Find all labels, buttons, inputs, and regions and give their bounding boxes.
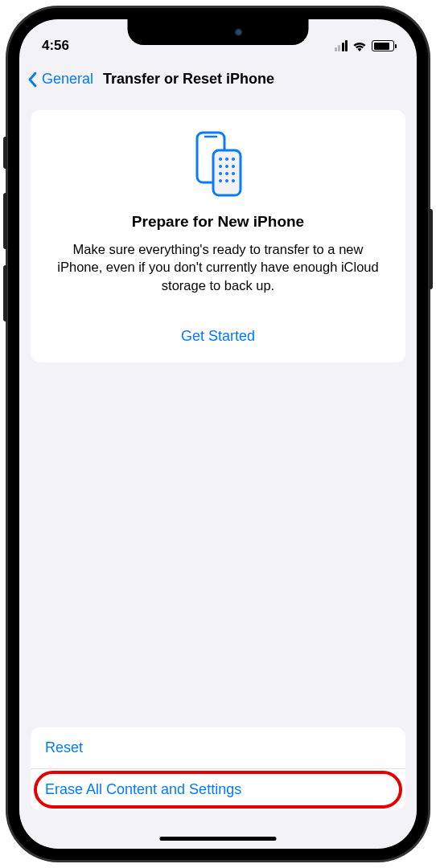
svg-point-7 [225, 165, 228, 168]
volume-down-button [3, 265, 7, 321]
svg-point-8 [232, 165, 235, 168]
svg-point-3 [219, 158, 222, 161]
prepare-card: Prepare for New iPhone Make sure everyth… [31, 110, 405, 362]
mute-switch [3, 137, 7, 169]
erase-all-label: Erase All Content and Settings [45, 781, 241, 797]
reset-button[interactable]: Reset [31, 727, 405, 769]
power-button [429, 209, 433, 289]
get-started-button[interactable]: Get Started [47, 328, 389, 345]
prepare-description: Make sure everything's ready to transfer… [47, 240, 389, 294]
phone-frame: 4:56 General Tra [8, 8, 428, 860]
volume-up-button [3, 193, 7, 249]
prepare-title: Prepare for New iPhone [47, 213, 389, 231]
svg-point-5 [232, 158, 235, 161]
svg-point-12 [219, 179, 222, 182]
svg-point-6 [219, 165, 222, 168]
front-camera-icon [234, 28, 242, 36]
battery-icon [372, 40, 394, 51]
wifi-icon [352, 41, 367, 51]
home-indicator[interactable] [160, 837, 277, 841]
svg-point-13 [225, 179, 228, 182]
content-area: Prepare for New iPhone Make sure everyth… [19, 99, 417, 374]
back-chevron-icon[interactable] [27, 72, 37, 88]
status-time: 4:56 [42, 38, 122, 54]
options-list: Reset Erase All Content and Settings [31, 727, 405, 810]
svg-point-10 [225, 172, 228, 175]
erase-all-button[interactable]: Erase All Content and Settings [31, 769, 405, 810]
svg-point-9 [219, 172, 222, 175]
back-button[interactable]: General [42, 71, 93, 88]
svg-point-11 [232, 172, 235, 175]
cellular-signal-icon [335, 40, 348, 51]
page-title: Transfer or Reset iPhone [103, 71, 274, 88]
svg-point-4 [225, 158, 228, 161]
screen: 4:56 General Tra [19, 19, 417, 849]
phones-transfer-icon [47, 129, 389, 199]
notch [128, 19, 309, 45]
navigation-bar: General Transfer or Reset iPhone [19, 61, 417, 99]
svg-point-14 [232, 179, 235, 182]
